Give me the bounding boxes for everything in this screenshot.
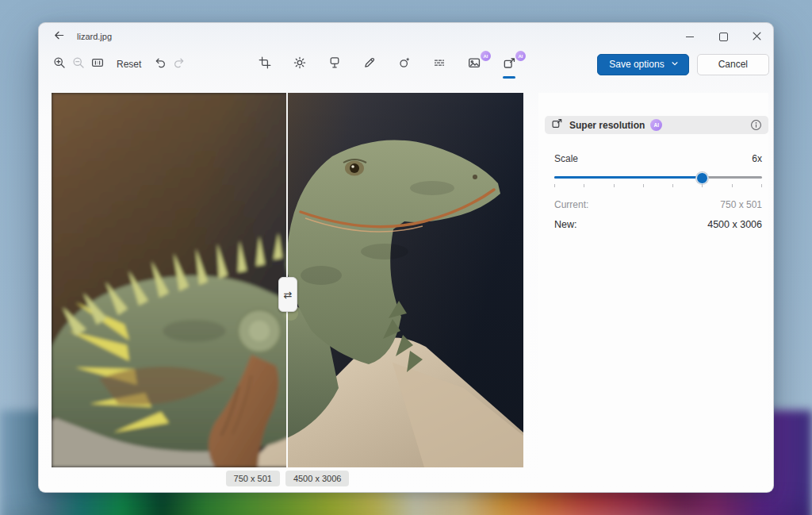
- actual-size-icon: [91, 56, 104, 72]
- compare-split-handle[interactable]: ⇄: [278, 277, 297, 312]
- cancel-button[interactable]: Cancel: [697, 54, 769, 75]
- super-resolution-panel: Super resolution AI Scale 6x Current: 75…: [538, 93, 768, 484]
- slider-ticks: [554, 184, 762, 187]
- toolbar-view-group: Reset: [50, 53, 189, 75]
- back-button[interactable]: [47, 26, 71, 47]
- actual-size-button[interactable]: [88, 53, 107, 75]
- super-resolution-icon: [503, 56, 516, 73]
- close-button[interactable]: [740, 23, 773, 50]
- caption-controls: [673, 23, 773, 50]
- crop-icon: [259, 56, 271, 72]
- adjust-tool-button[interactable]: [288, 53, 312, 75]
- generative-erase-icon: [468, 56, 481, 73]
- ai-badge: AI: [515, 51, 526, 61]
- swap-arrows-icon: ⇄: [284, 289, 293, 301]
- scale-value: 6x: [752, 153, 762, 164]
- maximize-button[interactable]: [707, 23, 740, 50]
- undo-icon: [154, 56, 167, 72]
- zoom-out-icon: [72, 56, 85, 72]
- super-resolution-tool-button[interactable]: AI: [497, 53, 521, 75]
- zoom-out-button[interactable]: [69, 53, 88, 75]
- filters-icon: [328, 56, 341, 72]
- before-size-badge: 750 x 501: [226, 471, 280, 486]
- markup-tool-button[interactable]: [358, 53, 381, 75]
- current-label: Current:: [554, 199, 588, 210]
- pen-icon: [363, 56, 376, 72]
- spot-fix-icon: [398, 56, 411, 72]
- generative-erase-tool-button[interactable]: AI: [462, 53, 486, 75]
- retouch-tool-button[interactable]: [393, 53, 416, 75]
- editor-toolbar: Reset: [39, 50, 773, 82]
- scale-row: Scale 6x: [554, 153, 762, 164]
- toolbar-action-group: Save options Cancel: [597, 54, 769, 75]
- new-value: 4500 x 3006: [707, 219, 762, 230]
- ai-badge: AI: [650, 119, 662, 131]
- minimize-button[interactable]: [673, 23, 707, 50]
- photos-editor-window: lizard.jpg: [38, 22, 774, 493]
- image-viewer: ⇄: [52, 93, 523, 467]
- zoom-in-icon: [53, 56, 66, 72]
- chevron-down-icon: [671, 59, 679, 70]
- blur-background-icon: [433, 56, 446, 72]
- undo-button[interactable]: [151, 53, 170, 75]
- active-tool-indicator: [503, 76, 515, 79]
- minimize-icon: [686, 37, 694, 37]
- info-button[interactable]: [750, 119, 762, 131]
- new-label: New:: [554, 219, 576, 230]
- scale-label: Scale: [554, 153, 578, 164]
- filter-tool-button[interactable]: [323, 53, 347, 75]
- window-title: lizard.jpg: [77, 32, 112, 41]
- new-size-row: New: 4500 x 3006: [554, 219, 762, 230]
- scale-slider[interactable]: [554, 173, 762, 181]
- slider-fill: [554, 176, 701, 179]
- slider-thumb[interactable]: [696, 172, 708, 184]
- save-options-button[interactable]: Save options: [597, 54, 688, 75]
- blur-background-tool-button[interactable]: [427, 53, 451, 75]
- zoom-in-button[interactable]: [50, 53, 69, 75]
- current-size-row: Current: 750 x 501: [554, 199, 762, 210]
- size-labels: 750 x 501 4500 x 3006: [52, 471, 523, 486]
- toolbar-edit-group: AI AI: [253, 53, 521, 75]
- back-arrow-icon: [53, 29, 65, 44]
- panel-title: Super resolution: [569, 120, 645, 131]
- crop-tool-button[interactable]: [253, 53, 277, 75]
- redo-icon: [173, 56, 186, 72]
- redo-button[interactable]: [170, 53, 189, 75]
- title-bar: lizard.jpg: [39, 23, 773, 50]
- close-icon: [753, 29, 761, 44]
- current-value: 750 x 501: [720, 199, 762, 210]
- maximize-icon: [719, 33, 728, 41]
- brightness-sun-icon: [293, 56, 306, 72]
- after-size-badge: 4500 x 3006: [285, 471, 350, 486]
- ai-badge: AI: [481, 51, 491, 61]
- save-options-label: Save options: [609, 59, 664, 70]
- reset-button[interactable]: Reset: [110, 56, 147, 73]
- panel-header: Super resolution AI: [545, 116, 768, 134]
- super-resolution-icon: [551, 117, 563, 133]
